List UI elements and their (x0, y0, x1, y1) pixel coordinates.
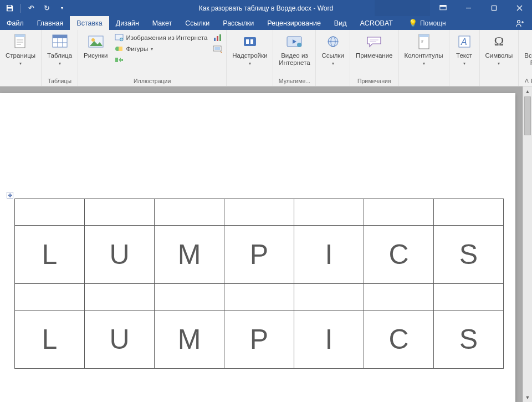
tab-home[interactable]: Главная (30, 16, 70, 30)
svg-rect-32 (244, 37, 256, 46)
comment-icon (365, 33, 383, 50)
table-cell[interactable] (364, 284, 434, 311)
chart-button[interactable] (211, 33, 224, 43)
group-tables: Таблица ▾ Таблицы (42, 30, 78, 86)
screenshot-icon (213, 44, 222, 53)
group-comments: Примечание Примечания (350, 30, 399, 86)
table-cell[interactable] (294, 284, 364, 311)
svg-rect-26 (121, 59, 123, 61)
table-row[interactable]: L U M P I C S (15, 226, 504, 284)
table-icon (51, 33, 69, 50)
tell-me-search[interactable]: 💡 Помощн (403, 16, 452, 30)
pictures-button[interactable]: Рисунки (80, 31, 111, 59)
table-cell[interactable] (15, 199, 85, 226)
table-cell[interactable] (155, 284, 224, 311)
table-cell[interactable] (224, 284, 294, 311)
headers-button[interactable]: # Колонтитулы ▾ (401, 31, 447, 66)
close-icon[interactable] (507, 0, 532, 16)
chart-icon (213, 33, 222, 42)
table-cell[interactable]: P (224, 226, 294, 284)
collapse-ribbon-icon[interactable]: ᐱ (525, 78, 529, 84)
tab-layout[interactable]: Макет (146, 16, 178, 30)
document-page[interactable]: ✥ L U M P I C S (0, 93, 515, 402)
screenshot-button[interactable] (211, 44, 224, 54)
table-cell[interactable]: U (85, 311, 155, 369)
tab-insert[interactable]: Вставка (70, 16, 109, 30)
flash-button[interactable]: f Встроить Flash (521, 31, 532, 67)
headers-label: Колонтитулы (405, 52, 443, 59)
group-label: Примечания (352, 76, 396, 86)
svg-rect-43 (419, 34, 429, 37)
table-cell[interactable]: C (364, 311, 434, 369)
online-pictures-icon (115, 33, 124, 42)
online-video-button[interactable]: Видео из Интернета (275, 31, 313, 67)
table-cell[interactable] (155, 199, 224, 226)
tab-file[interactable]: Файл (0, 16, 30, 30)
redo-icon[interactable]: ↻ (40, 2, 53, 14)
group-label: Иллюстрации (80, 76, 224, 86)
document-table[interactable]: L U M P I C S L U M P (14, 199, 504, 369)
table-cell[interactable]: M (155, 311, 224, 369)
tab-references[interactable]: Ссылки (178, 16, 216, 30)
maximize-icon[interactable] (481, 0, 507, 16)
table-cell[interactable]: S (434, 226, 504, 284)
tab-acrobat[interactable]: ACROBAT (353, 16, 400, 30)
chevron-down-icon: ▾ (463, 61, 466, 66)
table-cell[interactable] (85, 199, 155, 226)
group-addins: Надстройки ▾ (227, 30, 273, 86)
table-cell[interactable]: L (15, 226, 85, 284)
table-row[interactable]: L U M P I C S (15, 311, 504, 369)
chevron-down-icon: ▾ (59, 61, 61, 66)
group-label (318, 83, 347, 86)
table-cell[interactable]: L (15, 311, 85, 369)
document-workspace: ✥ L U M P I C S (0, 86, 532, 402)
ribbon-tabs: Файл Главная Вставка Дизайн Макет Ссылки… (0, 16, 532, 30)
text-button[interactable]: A Текст ▾ (452, 31, 477, 66)
svg-rect-3 (492, 6, 496, 11)
scroll-up-icon[interactable]: ▲ (523, 86, 532, 96)
table-cell[interactable] (15, 284, 85, 311)
table-row[interactable] (15, 284, 504, 311)
table-cell[interactable]: P (224, 311, 294, 369)
vertical-scrollbar[interactable]: ▲ ▼ (523, 86, 532, 402)
table-button[interactable]: Таблица ▾ (44, 31, 75, 66)
group-media: Видео из Интернета Мультиме... (273, 30, 316, 86)
table-cell[interactable]: I (294, 311, 364, 369)
scroll-thumb[interactable] (524, 96, 531, 135)
scroll-down-icon[interactable]: ▼ (523, 393, 532, 402)
table-cell[interactable]: M (155, 226, 224, 284)
tab-design[interactable]: Дизайн (109, 16, 146, 30)
tab-view[interactable]: Вид (328, 16, 354, 30)
table-cell[interactable]: I (294, 226, 364, 284)
table-row[interactable] (15, 199, 504, 226)
table-cell[interactable]: S (434, 311, 504, 369)
table-cell[interactable]: C (364, 226, 434, 284)
account-area[interactable] (375, 0, 430, 16)
smartart-button[interactable] (112, 55, 210, 65)
table-cell[interactable] (364, 199, 434, 226)
qat-customize-icon[interactable]: ▾ (56, 2, 68, 14)
links-button[interactable]: Ссылки ▾ (318, 31, 347, 66)
table-move-handle-icon[interactable]: ✥ (7, 192, 13, 199)
tab-mailings[interactable]: Рассылки (216, 16, 260, 30)
pages-button[interactable]: Страницы ▾ (2, 31, 39, 66)
online-pictures-button[interactable]: Изображения из Интернета (112, 33, 210, 43)
table-cell[interactable]: U (85, 226, 155, 284)
table-cell[interactable] (434, 199, 504, 226)
tab-review[interactable]: Рецензирование (260, 16, 328, 30)
save-icon[interactable] (3, 2, 16, 14)
minimize-icon[interactable] (456, 0, 481, 16)
table-cell[interactable] (294, 199, 364, 226)
symbols-button[interactable]: Ω Символы ▾ (482, 31, 516, 66)
table-cell[interactable] (224, 199, 294, 226)
shapes-button[interactable]: Фигуры ▾ (112, 44, 210, 54)
table-cell[interactable] (85, 284, 155, 311)
share-button[interactable] (508, 16, 532, 30)
ribbon-display-options-icon[interactable] (430, 0, 456, 16)
svg-point-6 (518, 20, 520, 23)
comment-button[interactable]: Примечание (352, 31, 396, 59)
undo-icon[interactable]: ↶ (25, 2, 37, 14)
table-cell[interactable] (434, 284, 504, 311)
addins-button[interactable]: Надстройки ▾ (229, 31, 270, 66)
separator (20, 4, 21, 13)
